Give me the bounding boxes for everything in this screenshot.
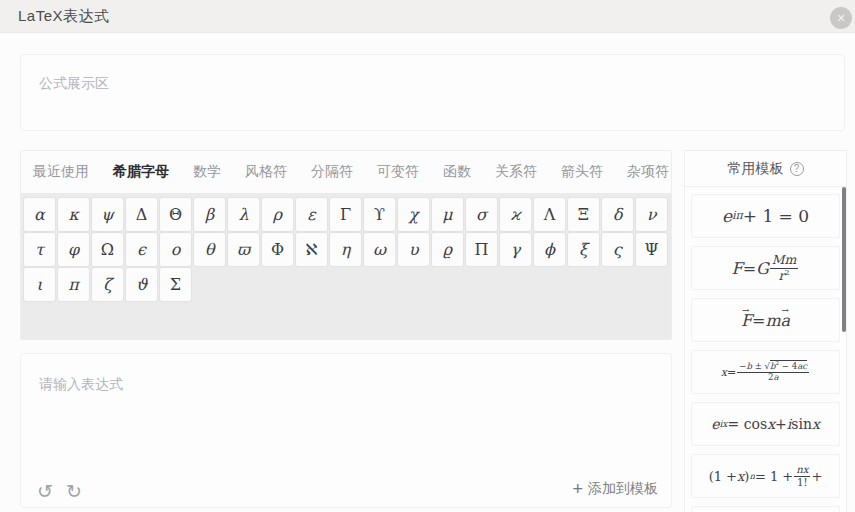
templates-header: 常用模板 ? <box>685 151 846 187</box>
symbol-tau[interactable]: τ <box>24 233 55 266</box>
tab-greek[interactable]: 希腊字母 <box>113 163 169 181</box>
symbol-epsilon[interactable]: ϵ <box>126 233 157 266</box>
symbol-Phi[interactable]: Φ <box>262 233 293 266</box>
symbol-alpha[interactable]: α <box>24 198 55 231</box>
formula-display-area: 公式展示区 <box>20 54 845 131</box>
history-toolbar: ↺ ↻ <box>37 482 82 501</box>
template-item-5[interactable]: (1 + x)n = 1 + nx1! + <box>691 454 840 498</box>
symbol-Upsilon[interactable]: ϒ <box>364 198 395 231</box>
formula-display-placeholder: 公式展示区 <box>39 75 109 93</box>
tab-misc[interactable]: 杂项符 <box>627 163 669 181</box>
undo-icon[interactable]: ↺ <box>37 482 53 501</box>
symbol-varpi[interactable]: ϖ <box>228 233 259 266</box>
symbol-Gamma[interactable]: Γ <box>330 198 361 231</box>
tab-recent[interactable]: 最近使用 <box>33 163 89 181</box>
symbol-delta[interactable]: δ <box>602 198 633 231</box>
symbol-phi[interactable]: ϕ <box>534 233 565 266</box>
symbol-varsigma[interactable]: ς <box>602 233 633 266</box>
symbol-pi[interactable]: π <box>58 268 89 301</box>
add-to-template-label: 添加到模板 <box>588 480 658 498</box>
symbol-varphi[interactable]: φ <box>58 233 89 266</box>
dialog-header: LaTeX表达式 <box>0 0 855 33</box>
symbol-chi[interactable]: χ <box>398 198 429 231</box>
symbol-Sigma[interactable]: Σ <box>160 268 191 301</box>
latex-input-area[interactable]: 请输入表达式 ↺ ↻ + 添加到模板 <box>20 353 672 508</box>
symbol-gamma[interactable]: γ <box>500 233 531 266</box>
symbol-eta[interactable]: η <box>330 233 361 266</box>
tab-style[interactable]: 风格符 <box>245 163 287 181</box>
tab-relation[interactable]: 关系符 <box>495 163 537 181</box>
tab-arrow[interactable]: 箭头符 <box>561 163 603 181</box>
add-to-template-button[interactable]: + 添加到模板 <box>572 480 658 498</box>
template-item-6[interactable] <box>691 506 840 512</box>
symbol-Omega[interactable]: Ω <box>92 233 123 266</box>
templates-scrollbar[interactable] <box>842 187 846 332</box>
symbol-varrho[interactable]: ϱ <box>432 233 463 266</box>
symbol-iota[interactable]: ι <box>24 268 55 301</box>
template-item-4[interactable]: eix = cos x + i sin x <box>691 402 840 446</box>
symbol-Xi[interactable]: Ξ <box>568 198 599 231</box>
templates-title: 常用模板 <box>728 160 784 178</box>
templates-panel: 常用模板 ? eiπ + 1 = 0F = GMmr2→F = m→ax = −… <box>684 150 847 512</box>
plus-icon: + <box>572 480 583 498</box>
dialog-title: LaTeX表达式 <box>18 7 110 26</box>
symbol-varepsilon[interactable]: ε <box>296 198 327 231</box>
symbol-omicron[interactable]: ο <box>160 233 191 266</box>
symbol-nu[interactable]: ν <box>636 198 667 231</box>
symbol-upsilon[interactable]: υ <box>398 233 429 266</box>
redo-icon[interactable]: ↻ <box>66 482 82 501</box>
help-icon[interactable]: ? <box>790 162 804 176</box>
tab-delimiter[interactable]: 分隔符 <box>311 163 353 181</box>
symbol-psi[interactable]: ψ <box>92 198 123 231</box>
symbol-Delta[interactable]: Δ <box>126 198 157 231</box>
tab-math[interactable]: 数学 <box>193 163 221 181</box>
symbol-lambda[interactable]: λ <box>228 198 259 231</box>
tab-variable[interactable]: 可变符 <box>377 163 419 181</box>
symbol-vartheta[interactable]: ϑ <box>126 268 157 301</box>
symbol-Lambda[interactable]: Λ <box>534 198 565 231</box>
template-item-0[interactable]: eiπ + 1 = 0 <box>691 194 840 238</box>
symbol-rho[interactable]: ρ <box>262 198 293 231</box>
symbol-zeta[interactable]: ζ <box>92 268 123 301</box>
symbol-panel: 最近使用希腊字母数学风格符分隔符可变符函数关系符箭头符杂项符 ακψΔΘβλρε… <box>20 150 672 340</box>
latex-input-placeholder: 请输入表达式 <box>39 376 123 394</box>
template-item-2[interactable]: →F = m→a <box>691 298 840 342</box>
symbol-theta[interactable]: θ <box>194 233 225 266</box>
template-item-1[interactable]: F = GMmr2 <box>691 246 840 290</box>
close-icon[interactable]: × <box>830 7 852 29</box>
symbol-aleph[interactable]: ℵ <box>296 233 327 266</box>
symbol-beta[interactable]: β <box>194 198 225 231</box>
tab-function[interactable]: 函数 <box>443 163 471 181</box>
symbol-grid: ακψΔΘβλρεΓϒχμσϰΛΞδντφΩϵοθϖΦℵηωυϱΠγϕξςΨιπ… <box>21 193 671 339</box>
symbol-category-tabs: 最近使用希腊字母数学风格符分隔符可变符函数关系符箭头符杂项符 <box>21 151 671 193</box>
templates-list: eiπ + 1 = 0F = GMmr2→F = m→ax = −b ± √b2… <box>685 187 846 512</box>
symbol-Pi[interactable]: Π <box>466 233 497 266</box>
symbol-Theta[interactable]: Θ <box>160 198 191 231</box>
symbol-kappa[interactable]: κ <box>58 198 89 231</box>
template-item-3[interactable]: x = −b ± √b2 − 4ac2a <box>691 350 840 394</box>
symbol-xi[interactable]: ξ <box>568 233 599 266</box>
symbol-mu[interactable]: μ <box>432 198 463 231</box>
symbol-sigma[interactable]: σ <box>466 198 497 231</box>
symbol-omega[interactable]: ω <box>364 233 395 266</box>
symbol-varkappa[interactable]: ϰ <box>500 198 531 231</box>
symbol-Psi[interactable]: Ψ <box>636 233 667 266</box>
